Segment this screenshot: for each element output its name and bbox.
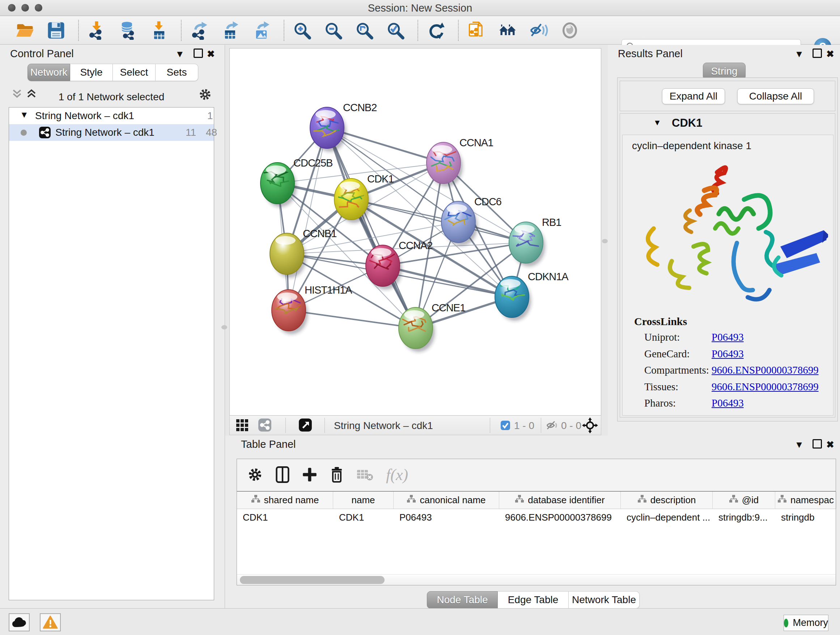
columns-icon[interactable] [275, 466, 290, 483]
hidden-eye-icon[interactable] [546, 420, 558, 431]
network-node-HIST1H1A[interactable] [272, 290, 308, 334]
collapse-all-button[interactable]: Collapse All [737, 88, 814, 104]
network-node-CCNA2[interactable] [366, 245, 402, 290]
import-database-button[interactable] [117, 19, 139, 42]
tab-edge-table[interactable]: Edge Table [498, 591, 569, 608]
home-network-button[interactable] [496, 19, 519, 42]
panel-float-icon[interactable] [813, 439, 822, 448]
string-view-icon[interactable] [258, 418, 272, 433]
column-header-name[interactable]: name [333, 492, 393, 509]
delete-table-icon[interactable] [356, 468, 374, 481]
node-label-CDC25B: CDC25B [294, 157, 332, 169]
birds-eye-view-icon[interactable] [298, 418, 312, 433]
collapse-caret-icon[interactable]: ▼ [20, 110, 28, 120]
splitter-handle[interactable] [602, 239, 608, 243]
panel-menu-icon[interactable]: ▼ [794, 439, 805, 450]
open-session-button[interactable] [14, 19, 36, 42]
crosslink-link[interactable]: 9606.ENSP00000378699 [712, 381, 819, 393]
network-node-CCNB1[interactable] [270, 233, 306, 278]
panel-float-icon[interactable] [813, 49, 822, 58]
export-network-button[interactable] [188, 19, 210, 42]
crosslink-row: Tissues:9606.ENSP00000378699 [622, 381, 833, 395]
crosslink-link[interactable]: 9606.ENSP00000378699 [712, 364, 819, 376]
table-cell[interactable]: CDK1 [237, 509, 333, 525]
column-label: @id [742, 494, 759, 506]
network-edge-CCNB2-HIST1H1A[interactable] [289, 128, 327, 310]
node-label-CDC6: CDC6 [474, 196, 501, 207]
zoom-out-button[interactable] [322, 19, 344, 42]
column-header-canonical-name[interactable]: canonical name [393, 492, 499, 509]
function-builder-icon[interactable]: f(x) [386, 466, 408, 484]
splitter-handle[interactable] [221, 325, 227, 329]
table-row[interactable]: CDK1CDK1P064939606.ENSP00000378699cyclin… [237, 509, 836, 525]
zoom-in-button[interactable] [291, 19, 313, 42]
network-node-CCNA1[interactable] [426, 142, 463, 187]
import-table-button[interactable] [148, 19, 170, 42]
trash-icon[interactable] [330, 466, 344, 483]
hide-graphics-icon[interactable] [527, 19, 550, 42]
crosslink-link[interactable]: P06493 [712, 331, 744, 343]
export-image-button[interactable] [250, 19, 273, 42]
cloud-status-icon[interactable] [9, 613, 30, 631]
column-header-description[interactable]: description [621, 492, 713, 509]
table-cell[interactable]: stringdb [775, 509, 836, 525]
export-table-button[interactable] [219, 19, 242, 42]
panel-close-icon[interactable]: ✖ [826, 439, 834, 450]
network-node-CDKN1A[interactable] [495, 276, 531, 321]
crosslink-link[interactable]: P06493 [712, 397, 744, 409]
panel-close-icon[interactable]: ✖ [826, 49, 834, 59]
import-file-network-button[interactable] [465, 19, 488, 42]
network-node-CCNE1[interactable] [399, 307, 435, 352]
node-label-CCNB1: CCNB1 [303, 228, 336, 239]
tab-style[interactable]: Style [70, 64, 113, 81]
table-cell[interactable]: P06493 [393, 509, 499, 525]
horizontal-scrollbar[interactable] [237, 574, 836, 585]
add-icon[interactable] [302, 467, 317, 482]
gear-icon[interactable] [198, 88, 212, 103]
tree-row-collection[interactable]: ▼ String Network – cdk1 1 [9, 108, 214, 124]
tree-row-network[interactable]: String Network – cdk1 11 48 [9, 124, 214, 141]
table-cell[interactable]: CDK1 [333, 509, 393, 525]
refresh-button[interactable] [425, 19, 447, 42]
panel-close-icon[interactable]: ✖ [207, 49, 215, 59]
expand-all-button[interactable]: Expand All [662, 88, 725, 104]
tab-sets[interactable]: Sets [156, 64, 198, 81]
network-node-CCNB2[interactable] [310, 107, 346, 152]
table-cell[interactable]: cyclin–dependent ... [621, 509, 713, 525]
node-label-CCNA2: CCNA2 [399, 240, 432, 251]
tab-network-table[interactable]: Network Table [569, 591, 639, 608]
column-header-shared-name[interactable]: shared name [237, 492, 333, 509]
panel-float-icon[interactable] [194, 49, 203, 58]
tab-network[interactable]: Network [27, 64, 70, 81]
column-header-namespac[interactable]: namespac [775, 492, 836, 509]
crosslink-link[interactable]: P06493 [712, 348, 744, 360]
collapse-caret-icon[interactable]: ▼ [653, 118, 661, 127]
network-node-CDC25B[interactable] [261, 163, 297, 207]
network-node-CDC6[interactable] [441, 201, 477, 246]
column-header-@id[interactable]: @id [713, 492, 775, 509]
table-cell[interactable]: stringdb:9... [713, 509, 775, 525]
import-network-button[interactable] [85, 19, 108, 42]
pan-move-icon[interactable] [582, 417, 598, 433]
gear-icon[interactable] [247, 467, 263, 483]
column-header-database-identifier[interactable]: database identifier [499, 492, 621, 509]
memory-button[interactable]: Memory [783, 615, 829, 631]
network-canvas[interactable]: CCNB2CCNA1CDC25BCDK1CDC6RB1CCNB1CCNA2CDK… [229, 48, 601, 416]
network-node-CDK1[interactable] [334, 179, 370, 223]
zoom-fit-button[interactable] [353, 19, 376, 42]
panel-menu-icon[interactable]: ▼ [794, 49, 805, 59]
warning-icon[interactable] [40, 613, 61, 631]
tab-select[interactable]: Select [113, 64, 156, 81]
network-edge-CCNB2-CCNE1[interactable] [327, 128, 416, 328]
zoom-selected-button[interactable] [384, 19, 407, 42]
panel-menu-icon[interactable]: ▼ [174, 49, 185, 59]
selected-checkbox-icon[interactable] [500, 420, 510, 431]
network-node-RB1[interactable] [509, 222, 545, 266]
show-graphics-icon[interactable] [559, 19, 581, 42]
protein-structure-image [628, 156, 828, 310]
grid-view-icon[interactable] [235, 418, 248, 432]
scrollbar-thumb[interactable] [240, 576, 385, 584]
table-cell[interactable]: 9606.ENSP00000378699 [499, 509, 621, 525]
tab-node-table[interactable]: Node Table [427, 591, 498, 608]
save-session-button[interactable] [45, 19, 67, 42]
